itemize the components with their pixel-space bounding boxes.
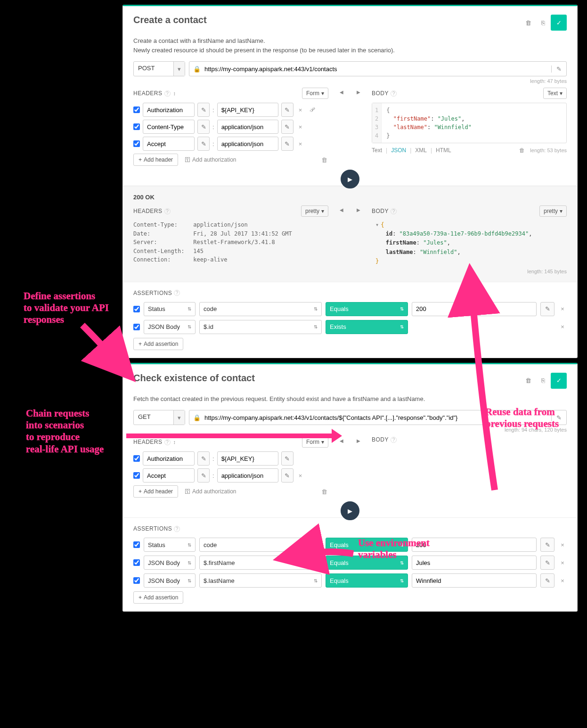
pencil-icon[interactable]: ✎ [281, 137, 294, 151]
fmt-text[interactable]: Text [372, 147, 382, 154]
remove-icon[interactable]: × [558, 541, 567, 548]
body-view-mode[interactable]: Text▾ [543, 88, 567, 99]
add-authorization-link[interactable]: ⚿Add authorization [185, 488, 236, 495]
delete-icon[interactable]: 🗑 [521, 15, 536, 30]
url-field[interactable] [204, 65, 551, 73]
header-name-input[interactable] [143, 451, 195, 466]
assertion-property-input[interactable]: $.id⇅ [199, 320, 322, 334]
header-enable-checkbox[interactable] [133, 140, 140, 147]
add-header-button[interactable]: +Add header [133, 485, 178, 498]
remove-icon[interactable]: × [558, 559, 567, 566]
collapse-right-icon[interactable]: ▶ [357, 438, 360, 443]
assertion-operator-select[interactable]: Exists⇅ [326, 320, 408, 334]
header-name-input[interactable] [143, 137, 195, 151]
pencil-icon[interactable]: ✎ [281, 451, 294, 466]
assertion-property-input[interactable]: $.lastName⇅ [199, 573, 322, 588]
fmt-xml[interactable]: XML [415, 147, 427, 154]
add-header-button[interactable]: +Add header [133, 154, 178, 166]
remove-icon[interactable]: × [296, 140, 305, 147]
remove-icon[interactable]: × [558, 305, 567, 312]
request-body-editor[interactable]: 1234 { "firstName": "Jules", "lastName":… [372, 103, 567, 143]
header-enable-checkbox[interactable] [133, 472, 140, 479]
assertion-enable-checkbox[interactable] [133, 324, 140, 330]
assertion-source-select[interactable]: Status⇅ [144, 302, 196, 316]
add-assertion-button[interactable]: +Add assertion [133, 338, 183, 350]
header-value-input[interactable] [217, 468, 278, 483]
trash-icon[interactable]: 🗑 [320, 488, 328, 495]
assertion-value-input[interactable] [412, 302, 537, 316]
header-value-input[interactable] [217, 451, 278, 466]
delete-icon[interactable]: 🗑 [521, 373, 536, 388]
remove-icon[interactable]: × [296, 123, 305, 131]
run-button[interactable]: ▶ [341, 170, 359, 188]
run-button[interactable]: ▶ [341, 501, 359, 520]
assertion-source-select[interactable]: JSON Body⇅ [144, 573, 196, 588]
vars-icon[interactable]: 𝒫 [308, 106, 316, 114]
pencil-icon[interactable]: ✎ [540, 538, 554, 552]
headers-view-mode[interactable]: Form▾ [302, 436, 328, 448]
help-icon[interactable]: ? [391, 90, 397, 97]
add-authorization-link[interactable]: ⚿Add authorization [185, 156, 236, 163]
assertion-operator-select[interactable]: Equals⇅ [326, 302, 408, 316]
pencil-icon[interactable]: ✎ [540, 302, 554, 316]
remove-icon[interactable]: × [296, 106, 305, 114]
header-name-input[interactable] [143, 468, 195, 483]
copy-icon[interactable]: ⎘ [536, 15, 551, 30]
resp-header-mode[interactable]: pretty▾ [301, 205, 328, 217]
url-input[interactable]: 🔒 ✎ [189, 61, 567, 76]
collapse-left-icon[interactable]: ◀ [340, 207, 343, 213]
header-value-input[interactable] [217, 120, 278, 134]
collapse-left-icon[interactable]: ◀ [340, 90, 343, 95]
help-icon[interactable]: ? [164, 90, 171, 97]
trash-icon[interactable]: 🗑 [320, 156, 328, 164]
collapse-right-icon[interactable]: ▶ [357, 207, 360, 213]
header-name-input[interactable] [143, 103, 195, 117]
collapse-right-icon[interactable]: ▶ [357, 90, 360, 95]
remove-icon[interactable]: × [558, 577, 567, 584]
assertion-enable-checkbox[interactable] [133, 559, 140, 566]
headers-view-mode[interactable]: Form▾ [302, 88, 328, 99]
pencil-icon[interactable]: ✎ [281, 120, 294, 134]
assertion-value-input[interactable] [412, 573, 537, 588]
assertion-enable-checkbox[interactable] [133, 577, 140, 584]
assertion-enable-checkbox[interactable] [133, 306, 140, 312]
pencil-icon[interactable]: ✎ [540, 556, 554, 570]
assertion-source-select[interactable]: Status⇅ [144, 538, 196, 552]
assertion-enable-checkbox[interactable] [133, 541, 140, 548]
pencil-icon[interactable]: ✎ [281, 103, 294, 117]
remove-icon[interactable]: × [296, 472, 305, 479]
fmt-json[interactable]: JSON [391, 147, 406, 154]
header-value-input[interactable] [217, 137, 278, 151]
confirm-icon[interactable]: ✓ [551, 373, 567, 389]
header-enable-checkbox[interactable] [133, 123, 140, 130]
header-name-input[interactable] [143, 120, 195, 134]
remove-icon[interactable]: × [558, 323, 567, 330]
pencil-icon[interactable]: ✎ [197, 137, 210, 151]
confirm-icon[interactable]: ✓ [551, 15, 567, 31]
edit-url-icon[interactable]: ✎ [551, 65, 566, 73]
sort-icon[interactable]: ↕ [173, 439, 176, 445]
header-value-input[interactable] [217, 103, 278, 117]
assertion-value-input[interactable] [412, 556, 537, 570]
assertion-operator-select[interactable]: Equals⇅ [326, 573, 408, 588]
resp-body-mode[interactable]: pretty▾ [539, 205, 567, 217]
add-assertion-button[interactable]: +Add assertion [133, 591, 183, 604]
assertion-property-input[interactable]: code⇅ [199, 538, 322, 552]
pencil-icon[interactable]: ✎ [197, 103, 210, 117]
trash-icon[interactable]: 🗑 [518, 147, 526, 154]
pencil-icon[interactable]: ✎ [197, 451, 210, 466]
copy-icon[interactable]: ⎘ [536, 373, 551, 388]
assertion-property-input[interactable]: code⇅ [199, 302, 322, 316]
header-enable-checkbox[interactable] [133, 106, 140, 113]
pencil-icon[interactable]: ✎ [540, 573, 554, 588]
assertion-property-input[interactable]: $.firstName⇅ [199, 556, 322, 570]
pencil-icon[interactable]: ✎ [197, 468, 210, 483]
assertion-value-input[interactable] [412, 538, 537, 552]
header-enable-checkbox[interactable] [133, 455, 140, 462]
pencil-icon[interactable]: ✎ [197, 120, 210, 134]
sort-icon[interactable]: ↕ [173, 90, 176, 96]
assertion-source-select[interactable]: JSON Body⇅ [144, 320, 196, 334]
pencil-icon[interactable]: ✎ [281, 468, 294, 483]
assertion-source-select[interactable]: JSON Body⇅ [144, 556, 196, 570]
fmt-html[interactable]: HTML [436, 147, 451, 154]
